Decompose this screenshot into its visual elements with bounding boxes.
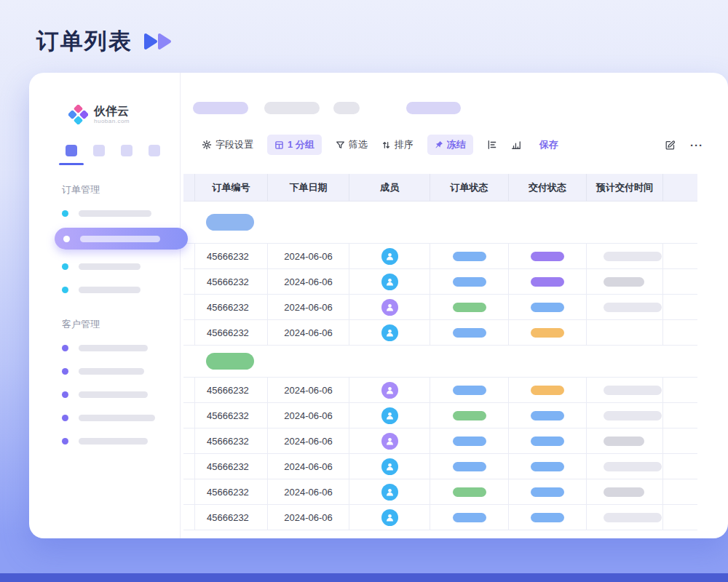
- row-stub-cell: [183, 505, 194, 530]
- sidebar-item[interactable]: [29, 260, 180, 273]
- column-header-eta[interactable]: 预计交付时间: [586, 174, 662, 201]
- eta-cell: [586, 479, 662, 504]
- logo-icon: [68, 105, 88, 124]
- delivery-status-pill: [531, 386, 564, 395]
- member-cell: [349, 295, 430, 319]
- item-dot: [62, 438, 68, 445]
- logo-text: 伙伴云 huoban.com: [94, 105, 130, 124]
- sidebar-item-selected[interactable]: [55, 228, 188, 250]
- group-header-row[interactable]: [183, 202, 697, 244]
- eta-cell: [586, 269, 662, 294]
- row-tail-cell: [662, 454, 697, 479]
- table-row[interactable]: 456662322024-06-06: [183, 428, 697, 454]
- order-date-cell: 2024-06-06: [267, 378, 349, 402]
- order-no-cell: 45666232: [194, 505, 267, 530]
- order-no-cell: 45666232: [194, 403, 267, 428]
- list-tree-icon: [487, 140, 497, 150]
- chart-button[interactable]: [511, 140, 521, 150]
- toolbar-right: ···: [665, 139, 703, 151]
- member-cell: [349, 479, 430, 504]
- edit-button[interactable]: [665, 140, 676, 151]
- eta-cell: [586, 378, 662, 402]
- delivery-status-cell: [508, 403, 586, 428]
- app-tab-1[interactable]: [66, 145, 77, 156]
- double-play-icon: [143, 32, 172, 51]
- table-row[interactable]: 456662322024-06-06: [183, 244, 697, 269]
- sidebar-item[interactable]: [29, 364, 180, 378]
- skeleton-bar: [333, 102, 360, 114]
- sidebar-section: 订单管理: [29, 183, 180, 296]
- table-row[interactable]: 456662322024-06-06: [183, 479, 697, 505]
- row-stub-cell: [183, 244, 194, 268]
- order-status-pill: [453, 462, 486, 471]
- item-dot: [62, 415, 68, 421]
- row-tail-cell: [662, 269, 697, 294]
- freeze-chip[interactable]: 冻结: [427, 135, 473, 155]
- column-header-date[interactable]: 下单日期: [267, 174, 349, 201]
- order-date-cell: 2024-06-06: [267, 428, 349, 453]
- table-header-tail: [662, 174, 697, 201]
- table-row[interactable]: 456662322024-06-06: [183, 269, 697, 295]
- column-header-member[interactable]: 成员: [349, 174, 430, 201]
- app-tab-3[interactable]: [121, 145, 132, 156]
- item-dot: [62, 368, 68, 375]
- filter-button[interactable]: 筛选: [336, 138, 368, 151]
- table-row[interactable]: 456662322024-06-06: [183, 403, 697, 428]
- field-settings-button[interactable]: 字段设置: [202, 138, 253, 151]
- sidebar-item[interactable]: [29, 283, 180, 296]
- member-avatar: [381, 433, 398, 450]
- delivery-status-cell: [508, 378, 586, 402]
- column-header-order-no[interactable]: 订单编号: [194, 174, 267, 201]
- more-button[interactable]: ···: [690, 139, 703, 151]
- person-icon: [385, 487, 395, 497]
- sort-label: 排序: [395, 138, 414, 151]
- sidebar-item[interactable]: [29, 341, 180, 354]
- table-row[interactable]: 456662322024-06-06: [183, 505, 697, 530]
- app-tab-4[interactable]: [149, 145, 160, 156]
- table-row[interactable]: 456662322024-06-06: [183, 454, 697, 479]
- table-header-stub: [183, 174, 194, 201]
- group-pill: [206, 353, 254, 370]
- row-tail-cell: [662, 428, 697, 453]
- group-header-row[interactable]: [183, 346, 697, 378]
- group-chip[interactable]: 1 分组: [267, 135, 322, 155]
- toolbar: 字段设置 1 分组 筛选: [183, 135, 728, 155]
- table-row[interactable]: 456662322024-06-06: [183, 320, 697, 346]
- table-row[interactable]: 456662322024-06-06: [183, 378, 697, 403]
- bar-chart-icon: [511, 140, 521, 150]
- row-tail-cell: [662, 295, 697, 319]
- row-height-button[interactable]: [487, 140, 497, 150]
- person-icon: [385, 252, 395, 261]
- logo-domain: huoban.com: [94, 118, 130, 124]
- save-button[interactable]: 保存: [539, 138, 558, 151]
- member-cell: [349, 454, 430, 479]
- order-no-cell: 45666232: [194, 320, 267, 345]
- sort-button[interactable]: 排序: [381, 138, 414, 151]
- sidebar-item[interactable]: [29, 388, 180, 401]
- skeleton-bar: [264, 102, 320, 114]
- pin-icon: [435, 140, 443, 149]
- app-tab-indicator: [59, 163, 84, 165]
- order-status-cell: [430, 244, 508, 268]
- order-date-cell: 2024-06-06: [267, 454, 349, 479]
- eta-pill: [604, 386, 662, 395]
- sidebar-item[interactable]: [29, 434, 180, 447]
- eta-cell: [586, 454, 662, 479]
- app-tab-2[interactable]: [93, 145, 105, 156]
- member-avatar: [381, 299, 398, 316]
- logo-name: 伙伴云: [94, 105, 130, 118]
- filter-label: 筛选: [349, 138, 368, 151]
- delivery-status-cell: [508, 454, 586, 479]
- table-row[interactable]: 456662322024-06-06: [183, 295, 697, 320]
- sidebar-item[interactable]: [29, 207, 180, 220]
- order-date-cell: 2024-06-06: [267, 295, 349, 319]
- skeleton-bar: [193, 102, 248, 114]
- delivery-status-cell: [508, 320, 586, 345]
- item-label-skeleton: [79, 391, 148, 398]
- member-avatar: [381, 407, 398, 424]
- column-header-order-status[interactable]: 订单状态: [430, 174, 508, 201]
- sidebar-item[interactable]: [29, 411, 180, 424]
- column-header-delivery-status[interactable]: 交付状态: [508, 174, 586, 201]
- delivery-status-cell: [508, 269, 586, 294]
- order-status-pill: [453, 252, 486, 261]
